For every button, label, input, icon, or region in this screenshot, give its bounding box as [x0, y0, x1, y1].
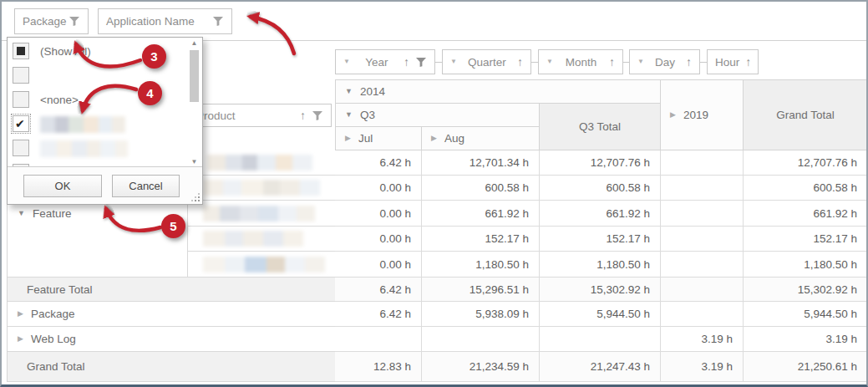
- row-header-product-1[interactable]: ▼: [188, 150, 335, 176]
- redacted-product-name: [203, 257, 325, 272]
- chevron-down-icon[interactable]: ▼: [637, 59, 644, 65]
- data-cell: 6.42 h: [335, 150, 422, 176]
- expand-icon[interactable]: ▶: [670, 111, 676, 119]
- chevron-down-icon[interactable]: ▼: [546, 59, 553, 65]
- expand-icon[interactable]: ▶: [431, 135, 437, 142]
- row-header-label: Web Log: [31, 333, 76, 345]
- filter-item[interactable]: [8, 64, 202, 88]
- popup-scrollbar[interactable]: ▲ ▼: [188, 39, 201, 166]
- checkbox-unchecked[interactable]: [13, 140, 29, 156]
- redacted-product-name: [203, 206, 315, 222]
- field-connector: [623, 62, 629, 63]
- collapse-icon[interactable]: ▼: [345, 88, 353, 95]
- filter-item-checked[interactable]: [8, 112, 202, 136]
- column-header-label: 2014: [360, 85, 385, 98]
- data-cell: 600.58 h: [540, 176, 661, 201]
- filter-field-package-label: Package: [23, 15, 67, 28]
- column-header-jul[interactable]: ▶ Jul: [336, 127, 422, 150]
- data-cell: 661.92 h: [744, 201, 867, 227]
- field-label: Month: [559, 56, 603, 69]
- scrollbar-thumb[interactable]: [190, 50, 199, 102]
- data-cell: [540, 327, 661, 352]
- column-field-quarter[interactable]: ▼ Quarter ↑: [442, 49, 531, 74]
- expand-icon[interactable]: ▶: [345, 135, 351, 142]
- field-label: Product: [196, 109, 294, 122]
- chevron-down-icon[interactable]: ▼: [450, 59, 457, 65]
- filter-item-show-all[interactable]: (Show All): [8, 39, 202, 64]
- filter-field-application-name[interactable]: Application Name: [98, 8, 232, 34]
- data-cell: [661, 176, 744, 201]
- column-header-label: Jul: [358, 132, 373, 145]
- step-badge-4: 4: [138, 81, 162, 105]
- column-field-hour[interactable]: Hour ↑: [707, 49, 759, 74]
- data-cell: [661, 201, 744, 227]
- filter-field-application-name-label: Application Name: [106, 15, 195, 28]
- filter-header-area: Package Application Name: [2, 2, 866, 41]
- sort-asc-icon[interactable]: ↑: [517, 56, 523, 68]
- row-header-product-4[interactable]: [188, 227, 335, 252]
- sort-asc-icon[interactable]: ↑: [404, 56, 409, 68]
- filter-item[interactable]: [8, 136, 202, 160]
- row-header-web-log[interactable]: ▶ Web Log: [8, 327, 335, 352]
- data-cell: 6.42 h: [335, 302, 422, 327]
- checkbox-unchecked[interactable]: [13, 91, 29, 108]
- collapse-icon[interactable]: ▼: [18, 210, 25, 217]
- redacted-product-name: [207, 155, 312, 171]
- field-label: Day: [650, 56, 680, 69]
- column-field-day[interactable]: ▼ Day ↑: [629, 49, 700, 74]
- resize-grip[interactable]: [190, 192, 200, 201]
- filter-icon[interactable]: [212, 16, 224, 27]
- grand-total-cell: 12.83 h: [335, 352, 422, 382]
- cancel-button[interactable]: Cancel: [112, 175, 180, 197]
- scroll-up-icon[interactable]: ▲: [188, 39, 201, 48]
- ok-button[interactable]: OK: [23, 175, 102, 197]
- row-header-label: Package: [31, 308, 75, 320]
- column-header-grand-total: Grand Total: [744, 80, 867, 150]
- column-header-q3[interactable]: ▼ Q3: [336, 104, 540, 127]
- column-header-label: Q3 Total: [579, 120, 621, 133]
- filter-icon[interactable]: [69, 16, 80, 27]
- total-cell: 15,302.92 h: [744, 278, 867, 302]
- column-header-2019[interactable]: ▶ 2019: [661, 80, 744, 150]
- row-header-product-3[interactable]: [188, 201, 335, 227]
- data-cell: 0.00 h: [335, 252, 422, 278]
- column-header-aug[interactable]: ▶ Aug: [422, 127, 540, 150]
- sort-asc-icon[interactable]: ↑: [609, 56, 615, 68]
- sort-asc-icon[interactable]: ↑: [745, 56, 751, 68]
- sort-asc-icon[interactable]: ↑: [686, 56, 692, 68]
- column-header-q3-total: Q3 Total: [540, 104, 661, 150]
- checkbox-partial[interactable]: [13, 43, 29, 59]
- checkbox-unchecked[interactable]: [13, 67, 29, 84]
- filter-item-none[interactable]: <none>: [8, 88, 202, 112]
- step-badge-3: 3: [142, 44, 166, 69]
- expand-icon[interactable]: ▶: [18, 335, 23, 343]
- data-cell: [661, 150, 744, 176]
- row-header-product-2[interactable]: [188, 176, 335, 201]
- column-field-month[interactable]: ▼ Month ↑: [538, 49, 623, 74]
- filter-item-list: (Show All) <none>: [8, 38, 202, 168]
- filter-icon[interactable]: [415, 57, 427, 68]
- sort-asc-icon[interactable]: ↑: [300, 109, 306, 121]
- filter-field-package[interactable]: Package: [14, 8, 89, 34]
- data-cell: 1,180.50 h: [540, 252, 661, 278]
- grand-total-cell: 21,250.61 h: [744, 352, 867, 382]
- column-field-year[interactable]: ▼ Year ↑: [335, 49, 435, 74]
- filter-item-label: <none>: [40, 94, 79, 106]
- row-field-product[interactable]: Product ↑: [188, 104, 332, 127]
- data-cell: 1,180.50 h: [422, 252, 540, 278]
- popup-button-bar: OK Cancel: [8, 166, 202, 204]
- column-header-2014[interactable]: ▼ 2014: [336, 80, 661, 104]
- scroll-down-icon[interactable]: ▼: [188, 158, 201, 166]
- row-header-package[interactable]: ▶ Package: [8, 302, 335, 327]
- chevron-down-icon[interactable]: ▼: [343, 59, 350, 65]
- data-cell: 12,701.34 h: [422, 150, 540, 176]
- pivot-grid-window: Package Application Name ▼ Year ↑ ▼ Quar…: [0, 0, 868, 387]
- expand-icon[interactable]: ▶: [18, 310, 23, 318]
- checkbox-checked[interactable]: [13, 115, 29, 132]
- column-header-label: 2019: [683, 109, 708, 121]
- filter-icon[interactable]: [312, 110, 323, 121]
- data-cell: 0.00 h: [335, 176, 422, 201]
- redacted-filter-value: [40, 140, 128, 157]
- collapse-icon[interactable]: ▼: [345, 111, 353, 119]
- row-header-product-5[interactable]: [188, 252, 335, 278]
